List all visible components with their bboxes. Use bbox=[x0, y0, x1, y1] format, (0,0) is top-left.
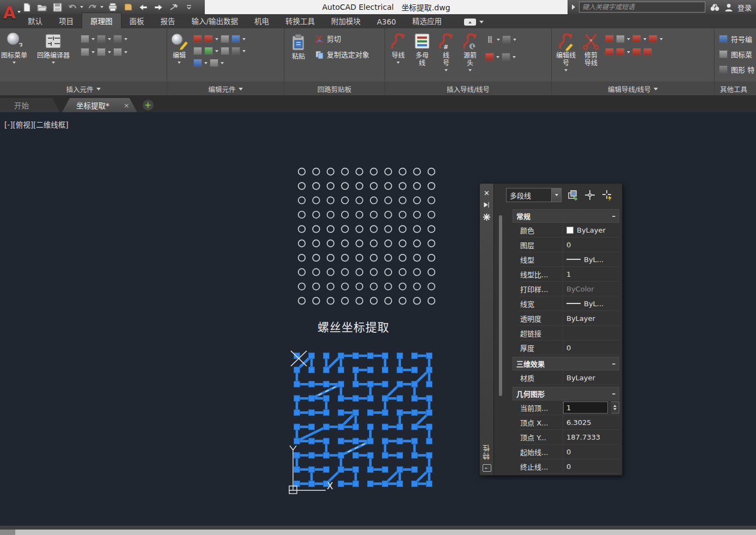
tool-caret-icon[interactable] bbox=[660, 38, 663, 40]
property-row[interactable]: 线型比...1 bbox=[519, 267, 619, 282]
property-row[interactable]: 超链接 bbox=[519, 326, 619, 341]
ribbon-tab-0[interactable]: 默认 bbox=[20, 13, 51, 28]
property-value[interactable]: 187.7333 bbox=[563, 430, 619, 444]
property-value[interactable]: ByLayer bbox=[563, 311, 619, 325]
wire-type-tool-icon[interactable] bbox=[649, 35, 657, 43]
ladder-add-tool-icon[interactable] bbox=[616, 35, 625, 43]
scoot-tool-icon[interactable] bbox=[221, 35, 229, 43]
panel-label-edit-wires[interactable]: 编辑导线/线号 bbox=[552, 82, 714, 95]
property-value[interactable]: 1 bbox=[563, 267, 619, 281]
undo-icon[interactable] bbox=[66, 2, 78, 13]
wire-junction-tool-icon[interactable] bbox=[502, 53, 510, 61]
icon-menu-wizard-button[interactable]: 图标菜 bbox=[719, 49, 756, 59]
application-menu-button[interactable]: A bbox=[1, 1, 17, 26]
edit-wire-number-button[interactable]: 编辑线号 bbox=[555, 32, 577, 71]
circuit-builder-caret-icon[interactable] bbox=[52, 62, 55, 64]
flip-wire-number-tool-icon[interactable] bbox=[616, 48, 625, 56]
palette-anchor-icon[interactable]: ⇤ bbox=[483, 464, 491, 472]
palette-close-icon[interactable]: ✕ bbox=[480, 187, 493, 199]
palette-title-strip[interactable]: ✕ 特性 ⇤ bbox=[479, 183, 493, 476]
panel-flyout-caret-icon[interactable] bbox=[239, 88, 243, 90]
property-value[interactable]: 6.3025 bbox=[563, 415, 619, 429]
move-wire-number-tool-icon[interactable] bbox=[605, 48, 614, 56]
tool-caret-icon[interactable] bbox=[92, 38, 95, 40]
insert-terminal-tool-icon[interactable] bbox=[113, 35, 122, 43]
property-row[interactable]: 打印样...ByColor bbox=[519, 282, 619, 296]
delete-component-tool-icon[interactable] bbox=[193, 35, 202, 43]
edit-component-button[interactable]: 编辑 bbox=[169, 32, 189, 64]
property-value[interactable]: 0 bbox=[563, 459, 619, 473]
toggle-pickadd-icon[interactable] bbox=[566, 189, 579, 201]
paste-button[interactable]: 粘贴 bbox=[289, 33, 308, 61]
tool-caret-icon[interactable] bbox=[108, 51, 111, 53]
property-row[interactable]: 材质ByLayer bbox=[519, 370, 619, 385]
copy-selected-button[interactable]: 复制选定对象 bbox=[315, 49, 369, 59]
stretch-wire-tool-icon[interactable] bbox=[632, 48, 641, 56]
source-arrow-caret-icon[interactable] bbox=[468, 69, 472, 71]
tool-caret-icon[interactable] bbox=[242, 50, 246, 52]
property-row[interactable]: 当前顶...1 bbox=[519, 400, 619, 415]
search-input[interactable] bbox=[579, 2, 705, 13]
undo-dropdown-caret-icon[interactable] bbox=[80, 6, 83, 8]
new-tab-button[interactable]: + bbox=[143, 100, 154, 111]
property-row[interactable]: 厚度0 bbox=[519, 341, 619, 355]
tool-caret-icon[interactable] bbox=[124, 38, 127, 40]
user-icon[interactable] bbox=[724, 3, 734, 12]
edit-wire-number-caret-icon[interactable] bbox=[564, 69, 568, 71]
copy-component-tool-icon[interactable] bbox=[193, 47, 202, 55]
edit-attributes-tool-icon[interactable] bbox=[193, 59, 202, 67]
new-sheet-icon[interactable] bbox=[122, 2, 134, 13]
cut-button[interactable]: 剪切 bbox=[315, 33, 369, 44]
property-value[interactable]: 0 bbox=[563, 238, 619, 252]
drawing-canvas[interactable]: [-][俯视][二维线框] X 螺丝坐标提取 bbox=[0, 112, 756, 526]
redo-icon[interactable] bbox=[87, 2, 99, 13]
circuit-builder-button[interactable]: 回路编译器 bbox=[37, 32, 70, 64]
next-drawing-icon[interactable] bbox=[153, 2, 164, 13]
drawing-properties-button[interactable]: 图形 特 bbox=[719, 64, 756, 75]
property-value[interactable]: ByLayer bbox=[563, 370, 619, 385]
property-row[interactable]: 透明度ByLayer bbox=[519, 311, 619, 326]
collapse-section-icon[interactable]: – bbox=[612, 390, 616, 398]
ribbon-tab-8[interactable]: 附加模块 bbox=[323, 13, 369, 28]
dropdown-caret-icon[interactable] bbox=[551, 189, 561, 202]
property-value[interactable]: ByL... bbox=[563, 296, 619, 311]
plot-icon[interactable] bbox=[107, 2, 119, 13]
ribbon-tab-5[interactable]: 输入/输出数据 bbox=[184, 13, 247, 28]
panel-label-circuit-clipboard[interactable]: 回路剪贴板 bbox=[284, 82, 385, 95]
palette-settings-icon[interactable] bbox=[480, 211, 493, 223]
save-icon[interactable] bbox=[51, 2, 63, 13]
horizontal-scrollbar[interactable] bbox=[0, 530, 756, 535]
icon-menu-button[interactable]: 图标菜单 bbox=[1, 32, 27, 64]
wire-button[interactable]: 导线 bbox=[388, 32, 408, 64]
property-row[interactable]: 顶点 X...6.3025 bbox=[519, 415, 619, 430]
quick-select-icon[interactable] bbox=[601, 189, 614, 201]
insert-connector-tool-icon[interactable] bbox=[113, 48, 122, 56]
object-type-dropdown[interactable]: 多段线 bbox=[506, 188, 562, 202]
wire-edit-tool-icon[interactable] bbox=[632, 35, 641, 43]
multiple-bus-button[interactable]: 多母线 bbox=[412, 32, 432, 68]
ribbon-tab-6[interactable]: 机电 bbox=[246, 13, 277, 28]
ribbon-tab-7[interactable]: 转换工具 bbox=[277, 13, 323, 28]
ribbon-tab-1[interactable]: 项目 bbox=[51, 13, 82, 28]
ribbon-minimize-icon[interactable] bbox=[464, 19, 476, 26]
delete-wire-number-tool-icon[interactable] bbox=[605, 35, 614, 43]
tool-caret-icon[interactable] bbox=[92, 51, 95, 53]
property-section-header[interactable]: 常规– bbox=[513, 209, 619, 223]
insert-dashed-link-tool-icon[interactable] bbox=[97, 48, 106, 56]
tool-caret-icon[interactable] bbox=[627, 51, 630, 53]
scrollbar-thumb[interactable] bbox=[0, 530, 15, 535]
property-row[interactable]: 起始线...0 bbox=[519, 445, 619, 459]
move-component-tool-icon[interactable] bbox=[204, 35, 213, 43]
tool-caret-icon[interactable] bbox=[124, 51, 127, 53]
vertex-number-input[interactable]: 1 bbox=[563, 402, 608, 414]
property-section-header[interactable]: 三维效果– bbox=[513, 357, 619, 370]
property-value[interactable]: 0 bbox=[563, 445, 619, 459]
ladder-tool-icon[interactable] bbox=[485, 35, 495, 44]
search-binoculars-icon[interactable] bbox=[709, 2, 720, 12]
property-row[interactable]: 线型ByL... bbox=[519, 252, 619, 267]
property-value[interactable] bbox=[563, 326, 619, 340]
file-tab-active[interactable]: 坐标提取* × bbox=[62, 98, 137, 112]
tool-caret-icon[interactable] bbox=[496, 56, 499, 58]
property-row[interactable]: 顶点 Y...187.7333 bbox=[519, 430, 619, 445]
file-tab-start[interactable]: 开始 bbox=[0, 98, 60, 112]
